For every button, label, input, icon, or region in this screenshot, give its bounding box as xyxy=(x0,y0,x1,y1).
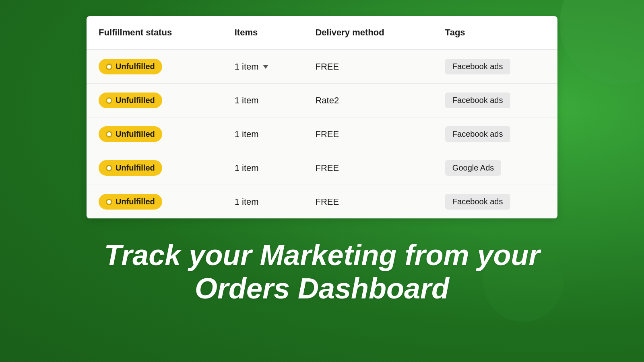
col-header-fulfillment: Fulfillment status xyxy=(87,16,223,49)
items-cell: 1 item xyxy=(223,49,303,84)
delivery-cell: FREE xyxy=(303,185,433,219)
delivery-cell: FREE xyxy=(303,151,433,185)
status-label: Unfulfilled xyxy=(116,163,155,173)
delivery-method: FREE xyxy=(315,197,339,207)
status-badge[interactable]: Unfulfilled xyxy=(99,59,162,74)
table-row: Unfulfilled 1 item FREE Facebook ads xyxy=(87,185,557,219)
delivery-cell: FREE xyxy=(303,117,433,151)
items-count: 1 item xyxy=(235,62,259,72)
delivery-method: FREE xyxy=(315,163,339,173)
tag-badge[interactable]: Facebook ads xyxy=(445,59,510,74)
items-cell: 1 item xyxy=(223,117,303,151)
tags-cell: Facebook ads xyxy=(433,49,557,84)
col-header-delivery: Delivery method xyxy=(303,16,433,49)
status-label: Unfulfilled xyxy=(116,197,155,206)
tags-cell: Facebook ads xyxy=(433,117,557,151)
orders-table: Fulfillment status Items Delivery method… xyxy=(87,16,557,218)
status-label: Unfulfilled xyxy=(116,130,155,139)
status-dot-icon xyxy=(106,64,112,70)
table-row: Unfulfilled 1 item FREE Google Ads xyxy=(87,151,557,185)
table-row: Unfulfilled 1 item Rate2 Facebook ads xyxy=(87,84,557,117)
status-dot-icon xyxy=(106,97,112,104)
table-row: Unfulfilled 1 item FREE Facebook ads xyxy=(87,49,557,84)
headline-text: Track your Marketing from your Orders Da… xyxy=(104,239,540,305)
tags-cell: Google Ads xyxy=(433,151,557,185)
status-badge[interactable]: Unfulfilled xyxy=(99,126,162,142)
status-dot-icon xyxy=(106,131,112,138)
table-body: Unfulfilled 1 item FREE Facebook ads Unf… xyxy=(87,49,557,218)
status-badge[interactable]: Unfulfilled xyxy=(99,194,162,210)
delivery-method: Rate2 xyxy=(315,95,339,105)
headline-line1: Track your Marketing from your xyxy=(104,239,540,272)
tag-badge[interactable]: Facebook ads xyxy=(445,93,510,108)
status-label: Unfulfilled xyxy=(116,96,155,105)
items-cell: 1 item xyxy=(223,84,303,117)
status-cell: Unfulfilled xyxy=(87,117,223,151)
delivery-method: FREE xyxy=(315,62,339,72)
tag-badge[interactable]: Facebook ads xyxy=(445,194,510,210)
status-dot-icon xyxy=(106,165,112,171)
status-cell: Unfulfilled xyxy=(87,185,223,219)
status-cell: Unfulfilled xyxy=(87,151,223,185)
status-cell: Unfulfilled xyxy=(87,49,223,84)
items-count: 1 item xyxy=(235,129,259,139)
delivery-method: FREE xyxy=(315,129,339,139)
content-wrapper: Fulfillment status Items Delivery method… xyxy=(0,0,644,305)
tags-cell: Facebook ads xyxy=(433,84,557,117)
items-cell: 1 item xyxy=(223,185,303,219)
status-badge[interactable]: Unfulfilled xyxy=(99,160,162,176)
status-badge[interactable]: Unfulfilled xyxy=(99,93,162,108)
tag-badge[interactable]: Google Ads xyxy=(445,160,501,176)
headline-line2: Orders Dashboard xyxy=(104,272,540,305)
delivery-cell: Rate2 xyxy=(303,84,433,117)
col-header-tags: Tags xyxy=(433,16,557,49)
table-row: Unfulfilled 1 item FREE Facebook ads xyxy=(87,117,557,151)
tags-cell: Facebook ads xyxy=(433,185,557,219)
orders-table-container: Fulfillment status Items Delivery method… xyxy=(87,16,557,218)
status-cell: Unfulfilled xyxy=(87,84,223,117)
col-header-items: Items xyxy=(223,16,303,49)
items-with-dropdown[interactable]: 1 item xyxy=(235,62,291,72)
items-count: 1 item xyxy=(235,197,259,207)
items-count: 1 item xyxy=(235,95,259,105)
table-header: Fulfillment status Items Delivery method… xyxy=(87,16,557,49)
items-count: 1 item xyxy=(235,163,259,173)
tag-badge[interactable]: Facebook ads xyxy=(445,126,510,142)
headline-section: Track your Marketing from your Orders Da… xyxy=(88,239,556,305)
items-cell: 1 item xyxy=(223,151,303,185)
delivery-cell: FREE xyxy=(303,49,433,84)
status-label: Unfulfilled xyxy=(116,62,155,71)
status-dot-icon xyxy=(106,199,112,205)
chevron-down-icon xyxy=(263,65,268,69)
